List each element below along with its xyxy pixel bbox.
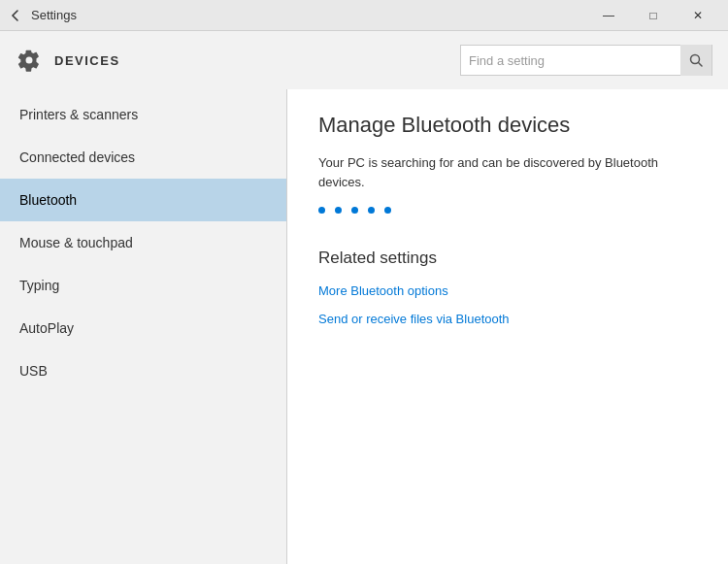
main-layout: Printers & scanners Connected devices Bl… xyxy=(0,89,728,564)
window-controls: — □ ✕ xyxy=(586,0,720,31)
sidebar-item-printers[interactable]: Printers & scanners xyxy=(0,93,286,136)
gear-icon xyxy=(16,47,43,74)
dot-4 xyxy=(368,207,375,214)
dot-1 xyxy=(318,207,325,214)
related-title: Related settings xyxy=(318,249,697,268)
description-text: Your PC is searching for and can be disc… xyxy=(318,153,697,191)
title-bar: Settings — □ ✕ xyxy=(0,0,728,31)
section-title: Manage Bluetooth devices xyxy=(318,113,697,138)
back-button[interactable] xyxy=(8,8,23,23)
dot-3 xyxy=(351,207,358,214)
header-left: DEVICES xyxy=(16,47,120,74)
search-button[interactable] xyxy=(680,45,711,76)
sidebar-item-mouse[interactable]: Mouse & touchpad xyxy=(0,221,286,264)
window-title: Settings xyxy=(31,8,77,22)
header: DEVICES xyxy=(0,31,728,89)
dot-2 xyxy=(335,207,342,214)
sidebar-item-connected-devices[interactable]: Connected devices xyxy=(0,136,286,179)
sidebar-item-autoplay[interactable]: AutoPlay xyxy=(0,307,286,349)
link-send-files[interactable]: Send or receive files via Bluetooth xyxy=(318,312,697,326)
searching-animation xyxy=(318,203,697,217)
minimize-button[interactable]: — xyxy=(586,0,631,31)
maximize-button[interactable]: □ xyxy=(631,0,676,31)
svg-line-1 xyxy=(699,63,703,67)
sidebar-item-usb[interactable]: USB xyxy=(0,349,286,392)
sidebar: Printers & scanners Connected devices Bl… xyxy=(0,89,286,564)
close-button[interactable]: ✕ xyxy=(676,0,720,31)
header-title: DEVICES xyxy=(54,53,120,68)
sidebar-item-typing[interactable]: Typing xyxy=(0,264,286,307)
title-bar-left: Settings xyxy=(8,8,77,23)
search-box[interactable] xyxy=(460,45,712,76)
search-input[interactable] xyxy=(461,53,680,68)
content-area: Manage Bluetooth devices Your PC is sear… xyxy=(287,89,728,564)
link-more-bluetooth[interactable]: More Bluetooth options xyxy=(318,283,697,298)
sidebar-item-bluetooth[interactable]: Bluetooth xyxy=(0,179,286,221)
dot-5 xyxy=(384,207,391,214)
